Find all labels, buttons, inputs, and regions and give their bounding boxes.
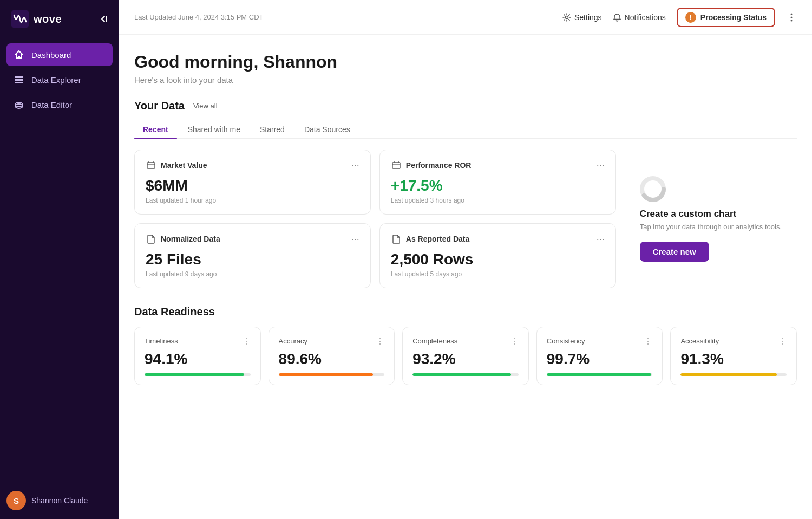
sidebar-item-data-explorer[interactable]: Data Explorer xyxy=(6,68,113,91)
settings-label: Settings xyxy=(574,13,602,22)
completeness-progress-fill xyxy=(412,373,511,376)
settings-button[interactable]: Settings xyxy=(562,13,602,22)
data-tabs: Recent Shared with me Starred Data Sourc… xyxy=(134,121,797,139)
completeness-menu[interactable]: ⋮ xyxy=(510,336,519,346)
data-readiness-title: Data Readiness xyxy=(134,306,797,318)
timeliness-menu[interactable]: ⋮ xyxy=(242,336,251,346)
market-value-card-menu[interactable]: ··· xyxy=(351,160,359,170)
accessibility-value: 91.3% xyxy=(680,351,787,368)
as-reported-data-card-title: As Reported Data xyxy=(406,235,469,243)
completeness-value: 93.2% xyxy=(412,351,519,368)
normalized-data-card-value: 25 Files xyxy=(146,251,359,268)
consistency-label: Consistency xyxy=(547,337,585,345)
completeness-label: Completeness xyxy=(412,337,457,345)
data-editor-icon xyxy=(13,99,25,111)
normalized-data-card-updated: Last updated 9 days ago xyxy=(146,270,359,278)
svg-point-11 xyxy=(791,13,793,15)
market-value-card: Market Value ··· $6MM Last updated 1 hou… xyxy=(134,150,371,215)
accessibility-progress-bg xyxy=(680,373,787,376)
sidebar-logo: wove xyxy=(0,0,119,38)
dashboard-label: Dashboard xyxy=(31,50,71,60)
sidebar-item-data-editor[interactable]: Data Editor xyxy=(6,93,113,116)
as-reported-data-card: As Reported Data ··· 2,500 Rows Last upd… xyxy=(379,223,616,288)
sidebar-item-dashboard[interactable]: Dashboard xyxy=(6,43,113,66)
completeness-card: Completeness ⋮ 93.2% xyxy=(402,327,529,385)
tab-data-sources[interactable]: Data Sources xyxy=(296,121,359,138)
your-data-title: Your Data xyxy=(134,100,185,112)
tab-starred[interactable]: Starred xyxy=(251,121,293,138)
page-content: Good morning, Shannon Here's a look into… xyxy=(119,35,812,519)
greeting-subtitle: Here's a look into your data xyxy=(134,75,797,85)
sidebar-nav: Dashboard Data Explorer Dat xyxy=(0,38,119,482)
promo-subtitle: Tap into your data through our analytics… xyxy=(640,223,782,231)
tab-shared[interactable]: Shared with me xyxy=(179,121,249,138)
topbar-more-button[interactable] xyxy=(786,12,797,23)
accuracy-menu[interactable]: ⋮ xyxy=(376,336,384,346)
completeness-progress-bg xyxy=(412,373,519,376)
timeliness-progress-bg xyxy=(145,373,251,376)
data-explorer-icon xyxy=(13,74,25,86)
accuracy-value: 89.6% xyxy=(279,351,385,368)
data-cards-grid: Market Value ··· $6MM Last updated 1 hou… xyxy=(134,150,797,288)
svg-rect-5 xyxy=(15,82,23,83)
notifications-button[interactable]: Notifications xyxy=(613,13,666,22)
performance-ror-card-updated: Last updated 3 hours ago xyxy=(391,197,605,204)
svg-point-10 xyxy=(565,16,568,18)
as-reported-data-card-menu[interactable]: ··· xyxy=(597,234,605,244)
consistency-progress-fill xyxy=(547,373,652,376)
more-icon xyxy=(786,12,797,23)
performance-ror-card-value: +17.5% xyxy=(391,177,605,194)
normalized-data-card-icon xyxy=(146,233,156,244)
performance-ror-card: Performance ROR ··· +17.5% Last updated … xyxy=(379,150,616,215)
timeliness-card: Timeliness ⋮ 94.1% xyxy=(134,327,261,385)
processing-status-button[interactable]: ! Processing Status xyxy=(677,8,775,27)
market-value-card-title: Market Value xyxy=(161,161,207,170)
create-new-button[interactable]: Create new xyxy=(640,242,709,262)
as-reported-data-card-value: 2,500 Rows xyxy=(391,251,605,268)
promo-title: Create a custom chart xyxy=(640,209,737,219)
normalized-data-card-title: Normalized Data xyxy=(161,235,220,243)
consistency-value: 99.7% xyxy=(547,351,653,368)
as-reported-data-card-updated: Last updated 5 days ago xyxy=(391,270,605,278)
svg-rect-18 xyxy=(392,163,400,168)
user-avatar: S xyxy=(6,491,26,510)
notifications-label: Notifications xyxy=(625,13,666,22)
accessibility-label: Accessibility xyxy=(680,337,719,345)
market-value-card-value: $6MM xyxy=(146,177,359,194)
svg-rect-4 xyxy=(15,79,23,81)
accessibility-card: Accessibility ⋮ 91.3% xyxy=(670,327,797,385)
consistency-progress-bg xyxy=(547,373,653,376)
normalized-data-card: Normalized Data ··· 25 Files Last update… xyxy=(134,223,371,288)
notifications-icon xyxy=(613,13,621,22)
svg-rect-2 xyxy=(18,56,20,58)
svg-point-13 xyxy=(791,20,793,21)
promo-chart-icon xyxy=(640,176,666,202)
processing-status-warn-icon: ! xyxy=(685,12,696,23)
user-name-label: Shannon Claude xyxy=(31,496,88,505)
tab-recent[interactable]: Recent xyxy=(134,121,177,138)
dashboard-icon xyxy=(13,49,25,61)
svg-point-12 xyxy=(791,16,793,18)
accuracy-label: Accuracy xyxy=(279,337,307,345)
logo-text: wove xyxy=(34,13,62,25)
consistency-menu[interactable]: ⋮ xyxy=(644,336,652,346)
accuracy-card: Accuracy ⋮ 89.6% xyxy=(269,327,395,385)
data-explorer-label: Data Explorer xyxy=(31,75,81,85)
data-editor-label: Data Editor xyxy=(31,100,72,109)
wove-logo-icon xyxy=(11,10,29,28)
timeliness-value: 94.1% xyxy=(145,351,251,368)
accessibility-menu[interactable]: ⋮ xyxy=(778,336,787,346)
performance-ror-card-menu[interactable]: ··· xyxy=(597,160,605,170)
sidebar-collapse-button[interactable] xyxy=(99,14,108,24)
performance-ror-card-icon xyxy=(391,160,402,171)
accuracy-progress-fill xyxy=(279,373,373,376)
your-data-header: Your Data View all xyxy=(134,100,797,112)
as-reported-data-card-icon xyxy=(391,233,402,244)
view-all-button[interactable]: View all xyxy=(193,102,218,110)
normalized-data-card-menu[interactable]: ··· xyxy=(351,234,359,244)
sidebar-user[interactable]: S Shannon Claude xyxy=(0,482,119,519)
main-content: Last Updated June 4, 2024 3:15 PM CDT Se… xyxy=(119,0,812,519)
accessibility-progress-fill xyxy=(680,373,777,376)
market-value-card-icon xyxy=(146,160,156,171)
processing-status-label: Processing Status xyxy=(700,13,767,22)
